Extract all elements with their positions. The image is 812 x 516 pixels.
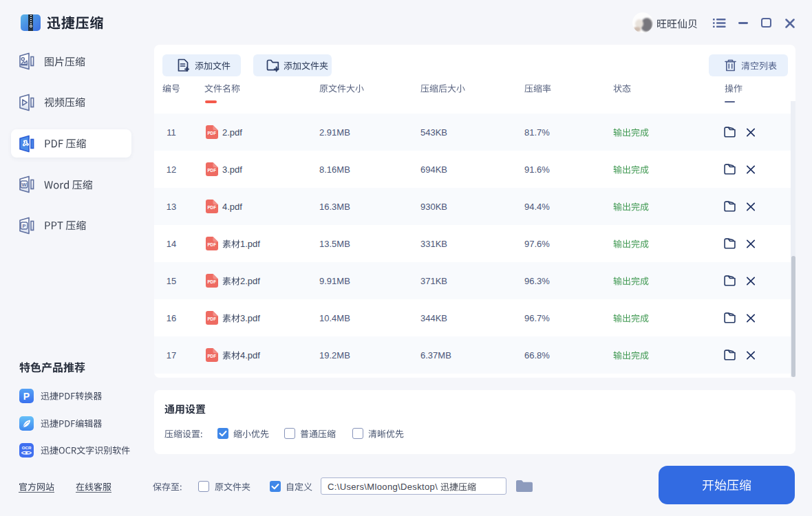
svg-text:W: W bbox=[21, 182, 27, 188]
svg-text:PDF: PDF bbox=[207, 205, 216, 210]
svg-text:PDF: PDF bbox=[207, 168, 216, 173]
svg-text:P: P bbox=[23, 391, 30, 402]
svg-text:PDF: PDF bbox=[207, 279, 216, 284]
svg-text:PDF: PDF bbox=[207, 131, 216, 136]
svg-text:PDF: PDF bbox=[207, 354, 216, 358]
svg-text:PDF: PDF bbox=[207, 316, 216, 321]
svg-text:P: P bbox=[22, 223, 25, 229]
svg-text:PDF: PDF bbox=[207, 242, 216, 247]
svg-text:OCR: OCR bbox=[22, 445, 32, 450]
